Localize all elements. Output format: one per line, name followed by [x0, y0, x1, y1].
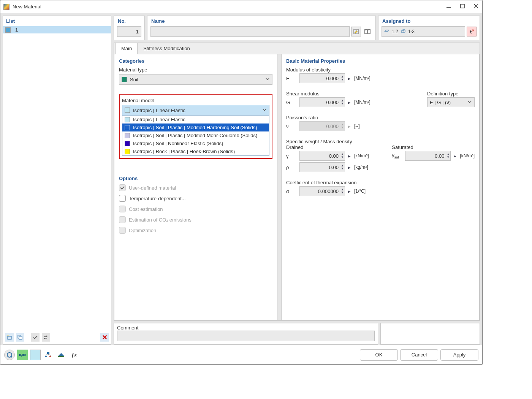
comment-panel: Comment — [114, 323, 378, 345]
function-icon[interactable]: ƒx — [69, 350, 79, 360]
new-item-icon[interactable] — [5, 333, 14, 342]
close-icon[interactable] — [473, 3, 479, 10]
library-icon[interactable] — [363, 27, 372, 36]
maximize-icon[interactable] — [459, 3, 466, 10]
main-right-col: Basic Material Properties Modulus of ela… — [281, 54, 480, 320]
edit-name-icon[interactable] — [351, 27, 361, 36]
option-swatch-icon — [125, 133, 130, 138]
specific-label: Specific weight / Mass density — [286, 139, 475, 144]
ok-button[interactable]: OK — [360, 349, 398, 361]
rho-symbol: ρ — [286, 165, 299, 170]
model-option[interactable]: Isotropic | Soil | Plastic | Modified Mo… — [122, 131, 269, 139]
list-item-swatch — [5, 27, 11, 33]
assigned-surfaces: 1,2 — [392, 29, 398, 34]
material-model-combo[interactable]: Isotropic | Linear Elastic — [122, 105, 269, 116]
render-icon[interactable] — [56, 350, 66, 360]
list-body: 1 — [3, 26, 111, 331]
tab-stiffness[interactable]: Stiffness Modification — [138, 43, 196, 54]
model-option[interactable]: Isotropic | Soil | Nonlinear Elastic (So… — [122, 139, 269, 147]
rho-input[interactable]: 0.00▲▼ — [299, 162, 345, 172]
minimize-icon[interactable] — [446, 3, 452, 10]
svg-rect-6 — [19, 336, 22, 339]
properties-title: Basic Material Properties — [286, 58, 475, 64]
option-optimization: Optimization — [119, 227, 272, 234]
name-input[interactable] — [150, 26, 350, 37]
material-type-combo[interactable]: Soil — [119, 74, 272, 85]
gamma-input[interactable]: 0.00▲▼ — [299, 151, 345, 161]
option-user-defined: User-defined material — [119, 184, 272, 191]
goto-icon[interactable]: ▸ — [452, 153, 458, 159]
swap-icon[interactable] — [42, 333, 50, 342]
checkbox — [119, 227, 126, 234]
cancel-button[interactable]: Cancel — [400, 349, 438, 361]
check-all-icon[interactable] — [31, 333, 40, 342]
window-title: New Material — [13, 4, 446, 10]
alpha-input[interactable]: 0.000000▲▼ — [299, 186, 345, 196]
shear-label: Shear modulus — [286, 91, 416, 97]
delete-item-icon[interactable]: ✕ — [100, 333, 109, 342]
tree-icon[interactable] — [43, 350, 54, 360]
units-icon[interactable]: 0,00 — [17, 350, 28, 360]
no-title: No. — [117, 17, 141, 26]
spinner-icon[interactable]: ▲▼ — [340, 153, 345, 159]
spinner-icon[interactable]: ▲▼ — [340, 99, 345, 105]
pick-assigned-icon[interactable] — [467, 27, 477, 36]
G-input[interactable]: 0.000▲▼ — [299, 97, 345, 107]
goto-icon[interactable]: ▸ — [347, 153, 352, 159]
name-card: Name — [147, 16, 376, 40]
list-item-number: 1 — [15, 27, 18, 33]
list-panel: List 1 ✕ — [3, 16, 111, 345]
gammasat-symbol: γsat — [392, 152, 405, 159]
gammasat-unit: [kN/m³] — [460, 153, 475, 158]
E-unit: [MN/m²] — [354, 76, 370, 81]
spinner-icon[interactable]: ▲▼ — [446, 153, 450, 159]
deftype-combo[interactable]: E | G | (ν) — [427, 97, 475, 107]
svg-rect-15 — [45, 356, 47, 357]
assigned-input[interactable]: 1,2 1-3 — [382, 26, 465, 37]
main-left-col: Categories Material type Soil Material m… — [114, 54, 277, 320]
material-model-swatch-icon — [125, 108, 130, 113]
option-swatch-icon — [125, 141, 130, 146]
spinner-icon[interactable]: ▲▼ — [340, 164, 345, 170]
no-input[interactable]: 1 — [117, 26, 141, 37]
comment-input[interactable] — [117, 331, 375, 341]
surface-icon — [384, 30, 390, 33]
comment-title: Comment — [117, 325, 375, 331]
model-option[interactable]: Isotropic | Rock | Plastic | Hoek-Brown … — [122, 147, 269, 155]
gammasat-input[interactable]: 0.00▲▼ — [405, 151, 451, 161]
apply-button[interactable]: Apply — [440, 349, 478, 361]
color-icon[interactable] — [30, 350, 41, 360]
model-option[interactable]: Isotropic | Linear Elastic — [122, 116, 269, 124]
option-temperature[interactable]: Temperature-dependent... — [119, 195, 272, 202]
comment-side-panel — [380, 323, 480, 345]
nu-symbol: ν — [286, 124, 299, 129]
alpha-unit: [1/°C] — [354, 188, 366, 194]
svg-rect-14 — [47, 352, 49, 354]
rho-unit: [kg/m³] — [354, 165, 368, 170]
goto-icon[interactable]: ▸ — [347, 100, 352, 105]
model-option[interactable]: Isotropic | Soil | Plastic | Modified Ha… — [122, 124, 269, 131]
duplicate-icon[interactable] — [16, 333, 24, 342]
app-icon — [3, 4, 10, 10]
material-model-highlight: Material model Isotropic | Linear Elasti… — [119, 94, 272, 159]
checkbox — [119, 216, 126, 223]
alpha-symbol: α — [286, 188, 299, 194]
no-card: No. 1 — [114, 16, 145, 40]
goto-icon: ▸ — [347, 124, 352, 129]
titlebar: New Material — [0, 0, 482, 13]
option-swatch-icon — [125, 125, 130, 130]
material-model-dropdown: Isotropic | Linear Elastic Isotropic | S… — [122, 116, 269, 156]
tab-main[interactable]: Main — [116, 43, 138, 54]
goto-icon[interactable]: ▸ — [347, 188, 352, 194]
list-item[interactable]: 1 — [3, 26, 111, 33]
help-icon[interactable] — [4, 350, 15, 360]
goto-icon[interactable]: ▸ — [347, 165, 352, 170]
goto-icon[interactable]: ▸ — [347, 76, 352, 81]
option-co2: Estimation of CO₂ emissions — [119, 216, 272, 223]
spinner-icon[interactable]: ▲▼ — [340, 188, 345, 194]
spinner-icon[interactable]: ▲▼ — [340, 75, 345, 81]
E-input[interactable]: 0.000▲▼ — [299, 73, 345, 83]
checkbox[interactable] — [119, 195, 126, 202]
list-toolbar: ✕ — [3, 331, 111, 344]
categories-title: Categories — [119, 58, 272, 64]
